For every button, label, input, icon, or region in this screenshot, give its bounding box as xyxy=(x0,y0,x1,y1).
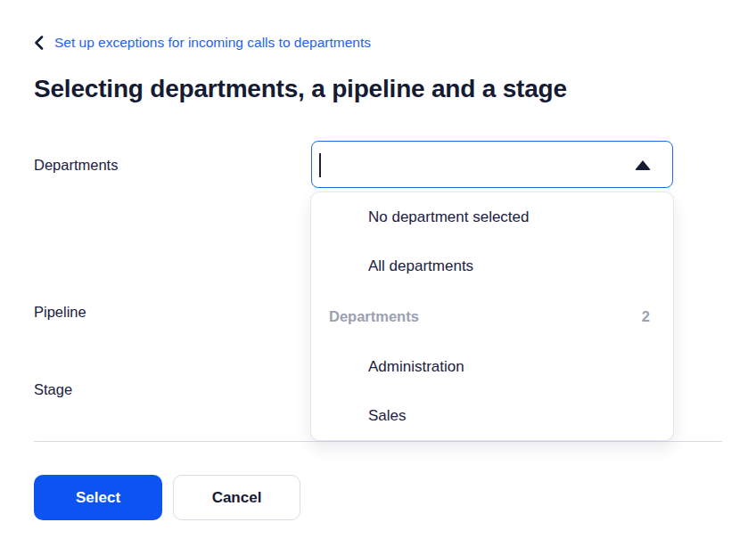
back-link[interactable]: Set up exceptions for incoming calls to … xyxy=(34,36,371,50)
page-title: Selecting departments, a pipeline and a … xyxy=(34,75,567,103)
departments-combobox[interactable] xyxy=(311,141,673,188)
dropdown-option-all-departments[interactable]: All departments xyxy=(311,241,673,290)
dropdown-group-label: Departments xyxy=(329,308,419,325)
dropdown-option-administration[interactable]: Administration xyxy=(311,342,673,391)
chevron-left-icon xyxy=(34,36,44,50)
cancel-button[interactable]: Cancel xyxy=(173,475,300,520)
dropdown-group-header: Departments 2 xyxy=(311,290,673,342)
text-caret xyxy=(319,153,321,177)
departments-label: Departments xyxy=(34,157,118,174)
dropdown-option-no-department[interactable]: No department selected xyxy=(311,192,673,241)
departments-dropdown-panel: No department selected All departments D… xyxy=(311,192,673,440)
back-link-label: Set up exceptions for incoming calls to … xyxy=(54,36,371,50)
departments-combobox-input[interactable] xyxy=(317,143,620,184)
stage-label: Stage xyxy=(34,381,72,398)
page: Set up exceptions for incoming calls to … xyxy=(0,0,756,555)
dropdown-group-count: 2 xyxy=(642,308,650,325)
pipeline-label: Pipeline xyxy=(34,304,86,321)
caret-up-icon[interactable] xyxy=(635,160,651,170)
select-button[interactable]: Select xyxy=(34,475,162,520)
divider xyxy=(34,441,722,442)
dropdown-option-sales[interactable]: Sales xyxy=(311,391,673,440)
